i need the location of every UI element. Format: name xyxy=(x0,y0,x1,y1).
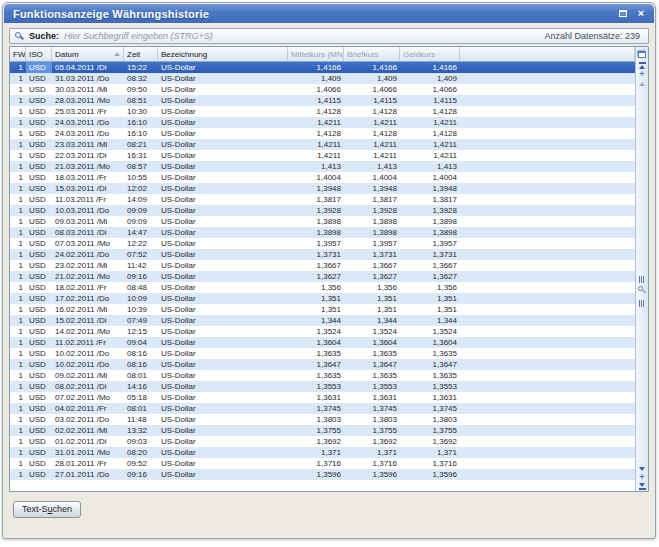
cell-geld: 1,4166 xyxy=(400,62,460,73)
cell-fw: 1 xyxy=(10,282,26,293)
table-row[interactable]: 1USD11.02.2011 /Fr09:04US-Dollar1,36041,… xyxy=(10,337,635,348)
vertical-scrollbar[interactable]: + + xyxy=(635,47,648,491)
table-row[interactable]: 1USD14.02.2011 /Mo12:15US-Dollar1,35241,… xyxy=(10,326,635,337)
column-header-zeit[interactable]: Zeit xyxy=(124,47,158,61)
table-row[interactable]: 1USD09.03.2011 /Mi09:09US-Dollar1,38981,… xyxy=(10,216,635,227)
cell-iso: USD xyxy=(26,469,52,480)
cell-datum: 22.03.2011 /Di xyxy=(52,150,124,161)
cell-fw: 1 xyxy=(10,260,26,271)
table-row[interactable]: 1USD16.02.2011 /Mi10:39US-Dollar1,3511,3… xyxy=(10,304,635,315)
cell-fw: 1 xyxy=(10,315,26,326)
column-header-geld[interactable]: Geldkurs xyxy=(400,47,460,61)
restore-button[interactable] xyxy=(616,7,630,20)
cell-mittel: 1,4128 xyxy=(288,106,344,117)
scroll-page-up-button[interactable]: + xyxy=(637,70,648,79)
cell-brief: 1,4004 xyxy=(344,172,400,183)
table-row[interactable]: 1USD28.01.2011 /Fr09:52US-Dollar1,37161,… xyxy=(10,458,635,469)
cell-brief: 1,4128 xyxy=(344,106,400,117)
cell-bez: US-Dollar xyxy=(158,205,288,216)
column-chooser-button[interactable] xyxy=(637,48,648,61)
cell-fw: 1 xyxy=(10,84,26,95)
scroll-up-button[interactable] xyxy=(637,79,648,88)
table-row[interactable]: 1USD15.03.2011 /Di12:02US-Dollar1,39481,… xyxy=(10,183,635,194)
cell-brief: 1,351 xyxy=(344,304,400,315)
cell-bez: US-Dollar xyxy=(158,348,288,359)
title-bar[interactable]: Funktionsanzeige Währungshistorie × xyxy=(4,4,654,23)
search-input[interactable]: Hier Suchbegriff eingeben (STRG+S) xyxy=(64,31,213,41)
table-row[interactable]: 1USD27.01.2011 /Do09:16US-Dollar1,35961,… xyxy=(10,469,635,480)
columns-icon[interactable] xyxy=(637,275,646,283)
text-search-button[interactable]: Text-Suchen xyxy=(13,501,81,518)
cell-datum: 10.02.2011 /Do xyxy=(52,348,124,359)
column-header-datum[interactable]: Datum xyxy=(52,47,124,61)
cell-bez: US-Dollar xyxy=(158,128,288,139)
cell-mittel: 1,4066 xyxy=(288,84,344,95)
table-row[interactable]: 1USD25.03.2011 /Fr10:30US-Dollar1,41281,… xyxy=(10,106,635,117)
table-row[interactable]: 1USD04.02.2011 /Fr08:01US-Dollar1,37451,… xyxy=(10,403,635,414)
rows-icon[interactable] xyxy=(637,299,646,307)
table-row[interactable]: 1USD31.03.2011 /Do08:32US-Dollar1,4091,4… xyxy=(10,73,635,84)
table-row[interactable]: 1USD21.03.2011 /Mo08:57US-Dollar1,4131,4… xyxy=(10,161,635,172)
table-row[interactable]: 1USD07.02.2011 /Mo05:18US-Dollar1,36311,… xyxy=(10,392,635,403)
cell-mittel: 1,3667 xyxy=(288,260,344,271)
table-row[interactable]: 1USD10.02.2011 /Do08:16US-Dollar1,36351,… xyxy=(10,348,635,359)
table-row[interactable]: 1USD31.01.2011 /Mo08:20US-Dollar1,3711,3… xyxy=(10,447,635,458)
cell-geld: 1,3803 xyxy=(400,414,460,425)
cell-zeit: 08:01 xyxy=(124,370,158,381)
table-row[interactable]: 1USD15.02.2011 /Di07:49US-Dollar1,3441,3… xyxy=(10,315,635,326)
table-row[interactable]: 1USD08.03.2011 /Di14:47US-Dollar1,38981,… xyxy=(10,227,635,238)
cell-geld: 1,4128 xyxy=(400,128,460,139)
table-row[interactable]: 1USD24.03.2011 /Do16:10US-Dollar1,41281,… xyxy=(10,128,635,139)
cell-bez: US-Dollar xyxy=(158,139,288,150)
table-row[interactable]: 1USD10.03.2011 /Do09:09US-Dollar1,39281,… xyxy=(10,205,635,216)
column-header-label: FW xyxy=(13,50,25,59)
search-bar[interactable]: Suche: Hier Suchbegriff eingeben (STRG+S… xyxy=(9,28,649,44)
table-row[interactable]: 1USD07.03.2011 /Mo12:22US-Dollar1,39571,… xyxy=(10,238,635,249)
cell-brief: 1,3817 xyxy=(344,194,400,205)
table-row[interactable]: 1USD24.03.2011 /Do16:10US-Dollar1,42111,… xyxy=(10,117,635,128)
cell-zeit: 13:32 xyxy=(124,425,158,436)
table-row[interactable]: 1USD30.03.2011 /Mi09:50US-Dollar1,40661,… xyxy=(10,84,635,95)
cell-iso: USD xyxy=(26,62,52,73)
magnifier-icon[interactable] xyxy=(637,286,646,296)
table-row[interactable]: 1USD10.02.2011 /Do08:16US-Dollar1,36471,… xyxy=(10,359,635,370)
column-header-fw[interactable]: FW xyxy=(10,47,26,61)
table-row[interactable]: 1USD09.02.2011 /Mi08:01US-Dollar1,36351,… xyxy=(10,370,635,381)
column-header-iso[interactable]: ISO xyxy=(26,47,52,61)
cell-bez: US-Dollar xyxy=(158,304,288,315)
cell-brief: 1,3524 xyxy=(344,326,400,337)
table-row[interactable]: 1USD28.03.2011 /Mo08:51US-Dollar1,41151,… xyxy=(10,95,635,106)
table-row[interactable]: 1USD03.02.2011 /Do11:48US-Dollar1,38031,… xyxy=(10,414,635,425)
scroll-page-down-button[interactable]: + xyxy=(637,473,648,482)
cell-zeit: 08:01 xyxy=(124,403,158,414)
close-icon: × xyxy=(638,8,644,19)
cell-iso: USD xyxy=(26,150,52,161)
cell-datum: 21.03.2011 /Mo xyxy=(52,161,124,172)
column-header-label: Mittelkurs (MN) xyxy=(291,50,344,59)
close-button[interactable]: × xyxy=(634,7,648,20)
cell-brief: 1,356 xyxy=(344,282,400,293)
cell-mittel: 1,3631 xyxy=(288,392,344,403)
table-row[interactable]: 1USD11.03.2011 /Fr14:09US-Dollar1,38171,… xyxy=(10,194,635,205)
column-header-bez[interactable]: Bezeichnung xyxy=(158,47,288,61)
cell-zeit: 11:48 xyxy=(124,414,158,425)
scroll-to-bottom-button[interactable] xyxy=(637,482,648,491)
cell-mittel: 1,3755 xyxy=(288,425,344,436)
table-row[interactable]: 1USD18.03.2011 /Fr10:55US-Dollar1,40041,… xyxy=(10,172,635,183)
table-row[interactable]: 1USD24.02.2011 /Do07:52US-Dollar1,37311,… xyxy=(10,249,635,260)
table-row[interactable]: 1USD08.02.2011 /Di14:16US-Dollar1,35531,… xyxy=(10,381,635,392)
column-header-mittel[interactable]: Mittelkurs (MN) xyxy=(288,47,344,61)
cell-iso: USD xyxy=(26,370,52,381)
table-row[interactable]: 1USD23.03.2011 /Mi08:21US-Dollar1,42111,… xyxy=(10,139,635,150)
table-row[interactable]: 1USD02.02.2011 /Mi13:32US-Dollar1,37551,… xyxy=(10,425,635,436)
table-row[interactable]: 1USD05.04.2011 /Di15:22US-Dollar1,41661,… xyxy=(10,62,635,73)
table-row[interactable]: 1USD21.02.2011 /Mo09:16US-Dollar1,36271,… xyxy=(10,271,635,282)
table-row[interactable]: 1USD22.03.2011 /Di16:31US-Dollar1,42111,… xyxy=(10,150,635,161)
cell-iso: USD xyxy=(26,227,52,238)
table-row[interactable]: 1USD23.02.2011 /Mi11:42US-Dollar1,36671,… xyxy=(10,260,635,271)
column-header-brief[interactable]: Briefkurs xyxy=(344,47,400,61)
cell-iso: USD xyxy=(26,458,52,469)
table-row[interactable]: 1USD17.02.2011 /Do10:09US-Dollar1,3511,3… xyxy=(10,293,635,304)
table-row[interactable]: 1USD01.02.2011 /Di09:03US-Dollar1,36921,… xyxy=(10,436,635,447)
table-row[interactable]: 1USD18.02.2011 /Fr08:48US-Dollar1,3561,3… xyxy=(10,282,635,293)
